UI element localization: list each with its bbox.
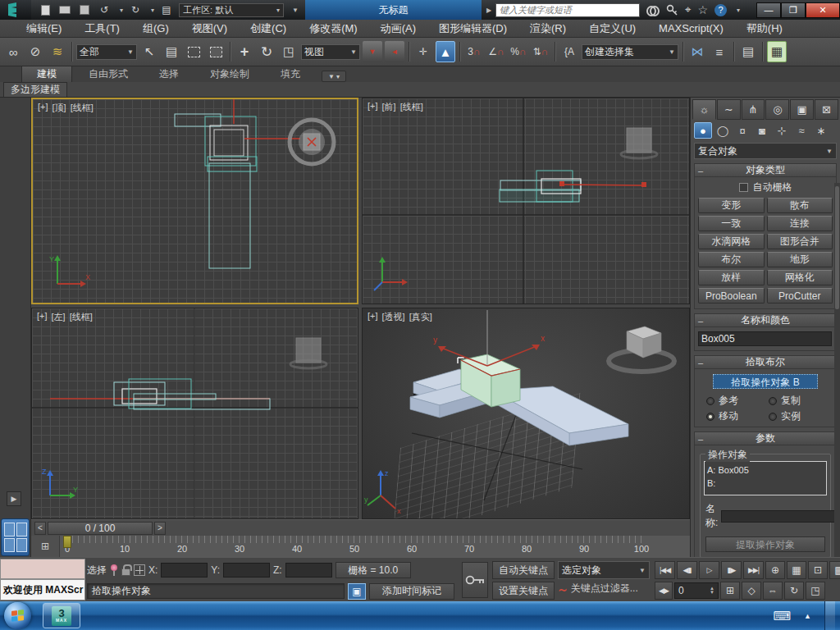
terrain-button[interactable]: 地形 <box>767 252 833 267</box>
lights-category-icon[interactable]: ¤ <box>733 122 751 139</box>
maxscript-listener-output[interactable]: 欢迎使用 MAXScr <box>0 579 85 600</box>
field-of-view-icon[interactable]: ◇ <box>742 582 761 600</box>
select-and-link-icon[interactable]: ∞ <box>3 41 23 62</box>
close-button[interactable]: ✕ <box>806 2 840 18</box>
key-filters-curve-icon[interactable]: ∼ <box>558 579 568 599</box>
zoom-all-icon[interactable]: ▦ <box>787 561 806 579</box>
connect-button[interactable]: 连接 <box>767 216 833 231</box>
redo-caret-icon[interactable]: ▾ <box>151 7 154 14</box>
radio-move[interactable]: 移动 <box>706 409 765 423</box>
key-selection-set-dropdown[interactable]: 选定对象 ▼ <box>558 561 650 579</box>
parameters-rollout-header[interactable]: – 参数 <box>695 432 836 445</box>
minimize-button[interactable]: — <box>756 2 781 18</box>
project-folder-icon[interactable]: ▤ <box>159 3 174 16</box>
window-crossing-icon[interactable] <box>206 41 226 62</box>
play-icon[interactable]: ▷ <box>699 561 719 579</box>
next-frame-button[interactable]: > <box>154 522 166 535</box>
input-language-keyboard-icon[interactable]: ⌨ <box>773 609 791 623</box>
viewport-menu-plus[interactable]: [+] <box>368 101 378 113</box>
current-frame-field[interactable]: 0 ▲▼ <box>674 582 719 599</box>
z-coordinate-field[interactable] <box>285 563 332 578</box>
app-menu-button[interactable] <box>0 0 31 20</box>
manipulate-cross-icon[interactable]: ✛ <box>413 41 433 62</box>
angle-snap-toggle-icon[interactable]: ∠∩ <box>486 41 506 62</box>
viewport-menu-plus[interactable]: [+] <box>368 311 378 323</box>
key-mode-toggle-icon[interactable]: ◀▶ <box>655 582 673 600</box>
ribbon-tab-freeform[interactable]: 自由形式 <box>74 66 143 82</box>
menu-rendering[interactable]: 渲染(R) <box>518 20 578 38</box>
open-file-icon[interactable] <box>57 3 72 16</box>
object-name-field[interactable] <box>698 331 832 346</box>
help-caret-icon[interactable]: ▾ <box>737 7 740 14</box>
show-hidden-icons-arrow[interactable]: ▲ <box>804 612 811 620</box>
new-file-icon[interactable] <box>38 3 52 16</box>
zoom-mode-icon[interactable]: ⊕ <box>765 561 785 579</box>
menu-help[interactable]: 帮助(H) <box>735 20 794 38</box>
loft-button[interactable]: 放样 <box>698 270 765 285</box>
space-warps-category-icon[interactable]: ≈ <box>792 122 810 139</box>
add-time-tag-button[interactable]: 添加时间标记 <box>369 583 454 600</box>
select-and-scale-icon[interactable]: ◳ <box>279 41 299 62</box>
select-by-name-icon[interactable]: ▤ <box>162 41 181 62</box>
operand-item-a[interactable]: A: Box005 <box>707 463 824 477</box>
start-button[interactable] <box>4 602 31 629</box>
menu-group[interactable]: 组(G) <box>131 20 180 38</box>
snaps-toggle-icon[interactable]: 3∩ <box>464 41 484 62</box>
viewport-shading-label[interactable]: [线框] <box>71 102 94 114</box>
rectangular-selection-region-icon[interactable] <box>184 41 203 62</box>
frame-range-display[interactable]: 0 / 100 <box>48 522 153 535</box>
command-panel-scrollbar[interactable] <box>834 183 840 557</box>
boolean-button[interactable]: 布尔 <box>698 252 765 267</box>
search-input[interactable] <box>495 3 640 17</box>
viewport-left[interactable]: [+] [左] [线框] <box>31 308 358 519</box>
named-selection-sets-dropdown[interactable]: 创建选择集▼ <box>582 44 678 60</box>
operands-listbox[interactable]: A: Box005 B: <box>704 461 827 495</box>
spinner-snap-toggle-icon[interactable]: ⇅∩ <box>531 41 550 62</box>
viewport-shading-label[interactable]: [线框] <box>70 311 93 323</box>
conform-button[interactable]: 一致 <box>698 216 765 231</box>
shapes-category-icon[interactable]: ◯ <box>714 122 732 139</box>
search-binoculars-icon[interactable] <box>646 6 660 14</box>
frame-spinner[interactable]: ▲▼ <box>710 587 714 595</box>
utilities-tab-icon[interactable]: ⊠ <box>815 99 838 120</box>
selection-filter-dropdown[interactable]: 全部▼ <box>76 44 137 60</box>
workspace-flyout-icon[interactable]: ▼ <box>292 7 299 14</box>
scatter-button[interactable]: 散布 <box>767 198 833 213</box>
unlink-selection-icon[interactable]: ⊘ <box>25 41 45 62</box>
subscription-key-icon[interactable] <box>666 4 678 16</box>
maximize-viewport-toggle-icon[interactable]: ◳ <box>806 582 825 600</box>
geometry-category-icon[interactable]: ● <box>694 122 712 139</box>
maxscript-listener-input[interactable] <box>0 559 85 579</box>
menu-graph-editors[interactable]: 图形编辑器(D) <box>427 20 518 38</box>
zoom-region-icon[interactable]: ⊞ <box>720 582 740 600</box>
selection-lock-icon[interactable] <box>121 568 130 576</box>
blobmesh-button[interactable]: 水滴网格 <box>698 234 765 249</box>
mesher-button[interactable]: 网格化 <box>767 270 833 285</box>
redo-icon[interactable]: ↻ <box>128 3 143 16</box>
proboolean-button[interactable]: ProBoolean <box>698 288 765 304</box>
bind-to-space-warp-icon[interactable]: ≋ <box>48 41 67 62</box>
ribbon-tab-modeling[interactable]: 建模 <box>21 66 72 82</box>
menu-create[interactable]: 创建(C) <box>239 20 298 38</box>
ribbon-tab-object-paint[interactable]: 对象绘制 <box>195 66 264 82</box>
object-type-rollout-header[interactable]: – 对象类型 <box>695 164 836 177</box>
scene-explorer-toggle-icon[interactable]: ▦ <box>767 41 787 62</box>
select-and-manipulate-icon[interactable]: ◄ <box>385 41 404 62</box>
keyboard-shortcut-override-toggle[interactable]: ▲ <box>436 41 455 62</box>
viewport-menu-plus[interactable]: [+] <box>37 311 48 323</box>
workspace-dropdown[interactable]: 工作区: 默认 ▾ <box>179 3 284 17</box>
select-object-icon[interactable]: ↖ <box>139 41 159 62</box>
reference-coordinate-dropdown[interactable]: 视图▼ <box>301 44 360 60</box>
y-coordinate-field[interactable] <box>223 563 270 578</box>
time-ruler[interactable]: 0 10 20 30 40 50 60 70 80 90 100 <box>59 536 690 557</box>
radio-reference[interactable]: 参考 <box>706 394 765 408</box>
favorites-star-icon[interactable]: ☆ <box>697 3 708 16</box>
systems-category-icon[interactable]: ∗ <box>812 122 830 139</box>
cameras-category-icon[interactable]: ◙ <box>753 122 771 139</box>
viewport-front[interactable]: [+] [前] [线框] <box>362 98 690 304</box>
menu-animation[interactable]: 动画(A) <box>369 20 427 38</box>
viewport-view-label[interactable]: [前] <box>382 101 396 113</box>
percent-snap-toggle-icon[interactable]: %∩ <box>509 41 528 62</box>
set-key-button[interactable]: 设置关键点 <box>492 582 555 600</box>
pick-operand-b-button[interactable]: 拾取操作对象 B <box>713 374 818 389</box>
